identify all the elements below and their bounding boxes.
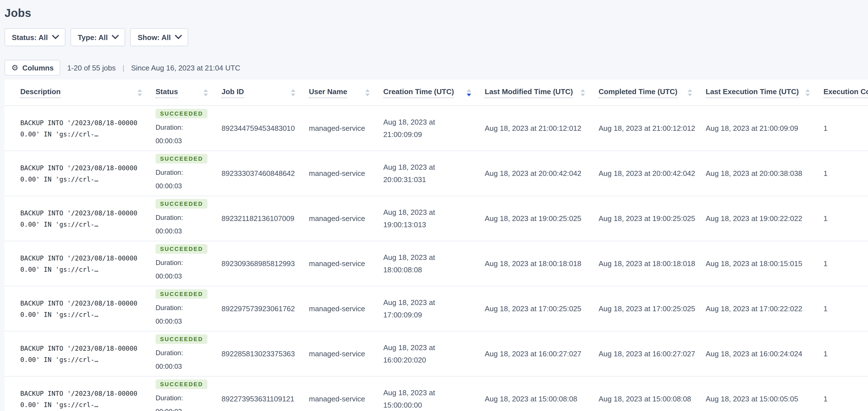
job-description-link[interactable]: BACKUP INTO '/2023/08/18-000000.00' IN '… [20, 117, 144, 140]
sort-desc-icon[interactable] [137, 93, 142, 96]
description-cell: BACKUP INTO '/2023/08/18-000000.00' IN '… [4, 286, 150, 331]
column-header-label[interactable]: Creation Time (UTC) [383, 87, 454, 98]
description-cell: BACKUP INTO '/2023/08/18-000000.00' IN '… [4, 331, 150, 376]
column-header-label[interactable]: Completed Time (UTC) [598, 87, 678, 98]
execution-count-cell: 1 [818, 106, 868, 151]
duration-value: 00:00:03 [156, 405, 210, 411]
duration-value: 00:00:03 [156, 269, 210, 283]
sort-asc-icon[interactable] [204, 89, 208, 92]
execution-count-cell: 1 [818, 151, 868, 196]
column-header-creation_time[interactable]: Creation Time (UTC) [378, 80, 479, 106]
last-modified-cell: Aug 18, 2023 at 15:00:08:08 [479, 376, 593, 411]
sort-desc-icon[interactable] [365, 93, 370, 96]
sort-desc-icon[interactable] [467, 93, 471, 96]
job-description-link[interactable]: BACKUP INTO '/2023/08/18-000000.00' IN '… [20, 388, 144, 410]
job-description-link[interactable]: BACKUP INTO '/2023/08/18-000000.00' IN '… [20, 343, 144, 365]
status-badge: SUCCEEDED [156, 244, 208, 254]
column-header-label[interactable]: Execution Count [824, 87, 868, 98]
job-id-cell: 892333037460848642 [216, 151, 303, 196]
column-header-description[interactable]: Description [4, 80, 150, 106]
last-execution-cell: Aug 18, 2023 at 18:00:15:015 [700, 241, 818, 286]
column-header-label[interactable]: Last Modified Time (UTC) [485, 87, 573, 98]
column-header-label[interactable]: Description [20, 87, 61, 98]
table-row: BACKUP INTO '/2023/08/18-000000.00' IN '… [4, 286, 868, 331]
last-execution-cell: Aug 18, 2023 at 21:00:09:09 [700, 106, 818, 151]
status-cell: SUCCEEDED Duration: 00:00:03 [150, 376, 216, 411]
sort-arrows-icon[interactable] [137, 89, 142, 96]
chevron-down-icon [112, 32, 119, 39]
sort-asc-icon[interactable] [688, 89, 692, 92]
description-cell: BACKUP INTO '/2023/08/18-000000.00' IN '… [4, 241, 150, 286]
job-description-link[interactable]: BACKUP INTO '/2023/08/18-000000.00' IN '… [20, 252, 144, 275]
completed-time-cell: Aug 18, 2023 at 18:00:18:018 [593, 241, 700, 286]
sort-asc-icon[interactable] [291, 89, 296, 92]
toolbar-divider: | [122, 63, 124, 72]
job-id-cell: 892309368985812993 [216, 241, 303, 286]
column-header-label[interactable]: User Name [309, 87, 347, 98]
sort-arrows-icon[interactable] [688, 89, 692, 96]
sort-asc-icon[interactable] [805, 89, 810, 92]
jobs-table-card: Description Status Job ID User Name [4, 80, 868, 411]
status-cell: SUCCEEDED Duration: 00:00:03 [150, 106, 216, 151]
jobs-table-body: BACKUP INTO '/2023/08/18-000000.00' IN '… [4, 106, 868, 411]
column-header-completed_time[interactable]: Completed Time (UTC) [593, 80, 700, 106]
column-header-user_name[interactable]: User Name [303, 80, 378, 106]
sort-asc-icon[interactable] [581, 89, 585, 92]
column-header-label[interactable]: Last Execution Time (UTC) [706, 87, 799, 98]
creation-time-cell: Aug 18, 2023 at 20:00:31:031 [378, 151, 479, 196]
duration-label: Duration: [156, 256, 210, 269]
sort-arrows-icon[interactable] [365, 89, 370, 96]
creation-time-cell: Aug 18, 2023 at 17:00:09:09 [378, 286, 479, 331]
column-header-last_execution[interactable]: Last Execution Time (UTC) [700, 80, 818, 106]
status-badge: SUCCEEDED [156, 199, 208, 209]
execution-count-cell: 1 [818, 196, 868, 241]
table-header-row: Description Status Job ID User Name [4, 80, 868, 106]
column-header-execution_count[interactable]: Execution Count [818, 80, 868, 106]
sort-arrows-icon[interactable] [204, 89, 208, 96]
type-filter-dropdown[interactable]: Type: All [70, 28, 125, 46]
sort-arrows-icon[interactable] [467, 89, 471, 96]
job-description-link[interactable]: BACKUP INTO '/2023/08/18-000000.00' IN '… [20, 207, 144, 230]
sort-asc-icon[interactable] [137, 89, 142, 92]
job-description-link[interactable]: BACKUP INTO '/2023/08/18-000000.00' IN '… [20, 297, 144, 320]
jobs-table: Description Status Job ID User Name [4, 80, 868, 411]
job-id-cell: 892297573923061762 [216, 286, 303, 331]
gear-icon: ⚙ [11, 64, 18, 71]
sort-desc-icon[interactable] [204, 93, 208, 96]
creation-time-cell: Aug 18, 2023 at 16:00:20:020 [378, 331, 479, 376]
sort-arrows-icon[interactable] [581, 89, 585, 96]
execution-count-cell: 1 [818, 331, 868, 376]
status-filter-dropdown[interactable]: Status: All [4, 28, 65, 46]
column-header-label[interactable]: Job ID [221, 87, 244, 98]
duration-label: Duration: [156, 121, 210, 134]
completed-time-cell: Aug 18, 2023 at 17:00:25:025 [593, 286, 700, 331]
sort-arrows-icon[interactable] [291, 89, 296, 96]
duration-value: 00:00:03 [156, 315, 210, 328]
columns-button[interactable]: ⚙ Columns [4, 60, 60, 76]
user-name-cell: managed-service [303, 196, 378, 241]
jobs-count-text: 1-20 of 55 jobs [67, 63, 116, 72]
last-execution-cell: Aug 18, 2023 at 15:00:05:05 [700, 376, 818, 411]
show-filter-dropdown[interactable]: Show: All [130, 28, 189, 46]
sort-asc-icon[interactable] [467, 89, 471, 92]
table-row: BACKUP INTO '/2023/08/18-000000.00' IN '… [4, 196, 868, 241]
sort-asc-icon[interactable] [365, 89, 370, 92]
execution-count-cell: 1 [818, 286, 868, 331]
sort-desc-icon[interactable] [291, 93, 296, 96]
user-name-cell: managed-service [303, 241, 378, 286]
duration-label: Duration: [156, 166, 210, 179]
sort-desc-icon[interactable] [805, 93, 810, 96]
sort-desc-icon[interactable] [688, 93, 692, 96]
job-description-link[interactable]: BACKUP INTO '/2023/08/18-000000.00' IN '… [20, 162, 144, 185]
sort-arrows-icon[interactable] [805, 89, 810, 96]
creation-time-cell: Aug 18, 2023 at 15:00:00:00 [378, 376, 479, 411]
last-modified-cell: Aug 18, 2023 at 18:00:18:018 [479, 241, 593, 286]
column-header-job_id[interactable]: Job ID [216, 80, 303, 106]
last-modified-cell: Aug 18, 2023 at 17:00:25:025 [479, 286, 593, 331]
status-badge: SUCCEEDED [156, 379, 208, 389]
job-id-cell: 892285813023375363 [216, 331, 303, 376]
column-header-last_modified[interactable]: Last Modified Time (UTC) [479, 80, 593, 106]
column-header-status[interactable]: Status [150, 80, 216, 106]
column-header-label[interactable]: Status [156, 87, 178, 98]
sort-desc-icon[interactable] [581, 93, 585, 96]
